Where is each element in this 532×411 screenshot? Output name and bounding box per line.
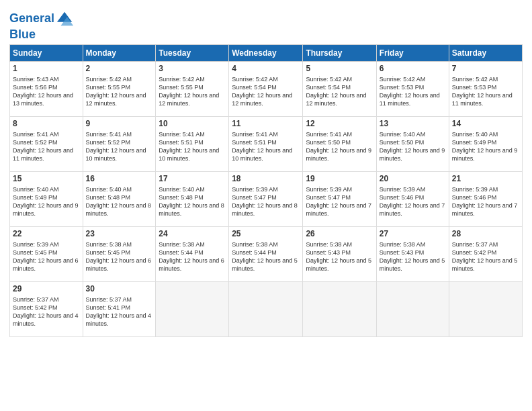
weekday-header-saturday: Saturday bbox=[449, 45, 522, 62]
calendar-day-2: 2Sunrise: 5:42 AMSunset: 5:55 PMDaylight… bbox=[83, 62, 156, 117]
calendar-day-empty bbox=[303, 282, 376, 337]
calendar-day-6: 6Sunrise: 5:42 AMSunset: 5:53 PMDaylight… bbox=[376, 62, 449, 117]
calendar-week-1: 1Sunrise: 5:43 AMSunset: 5:56 PMDaylight… bbox=[10, 62, 523, 117]
calendar-day-12: 12Sunrise: 5:41 AMSunset: 5:50 PMDayligh… bbox=[303, 117, 376, 172]
calendar-week-3: 15Sunrise: 5:40 AMSunset: 5:49 PMDayligh… bbox=[10, 172, 523, 227]
calendar-day-13: 13Sunrise: 5:40 AMSunset: 5:50 PMDayligh… bbox=[376, 117, 449, 172]
weekday-header-monday: Monday bbox=[83, 45, 156, 62]
weekday-header-tuesday: Tuesday bbox=[156, 45, 229, 62]
calendar-day-22: 22Sunrise: 5:39 AMSunset: 5:45 PMDayligh… bbox=[10, 227, 83, 282]
weekday-header-sunday: Sunday bbox=[10, 45, 83, 62]
calendar-day-18: 18Sunrise: 5:39 AMSunset: 5:47 PMDayligh… bbox=[229, 172, 303, 227]
calendar-day-empty bbox=[449, 282, 522, 337]
calendar-day-9: 9Sunrise: 5:41 AMSunset: 5:52 PMDaylight… bbox=[83, 117, 156, 172]
calendar-day-16: 16Sunrise: 5:40 AMSunset: 5:48 PMDayligh… bbox=[83, 172, 156, 227]
calendar-week-2: 8Sunrise: 5:41 AMSunset: 5:52 PMDaylight… bbox=[10, 117, 523, 172]
calendar-day-23: 23Sunrise: 5:38 AMSunset: 5:45 PMDayligh… bbox=[83, 227, 156, 282]
calendar-day-30: 30Sunrise: 5:37 AMSunset: 5:41 PMDayligh… bbox=[83, 282, 156, 337]
calendar-day-1: 1Sunrise: 5:43 AMSunset: 5:56 PMDaylight… bbox=[10, 62, 83, 117]
weekday-header-friday: Friday bbox=[376, 45, 449, 62]
calendar-day-7: 7Sunrise: 5:42 AMSunset: 5:53 PMDaylight… bbox=[449, 62, 522, 117]
calendar-week-4: 22Sunrise: 5:39 AMSunset: 5:45 PMDayligh… bbox=[10, 227, 523, 282]
calendar-day-10: 10Sunrise: 5:41 AMSunset: 5:51 PMDayligh… bbox=[156, 117, 229, 172]
calendar-day-26: 26Sunrise: 5:38 AMSunset: 5:43 PMDayligh… bbox=[303, 227, 376, 282]
logo-text: General bbox=[9, 12, 54, 26]
weekday-header-thursday: Thursday bbox=[303, 45, 376, 62]
calendar-day-24: 24Sunrise: 5:38 AMSunset: 5:44 PMDayligh… bbox=[156, 227, 229, 282]
calendar-day-21: 21Sunrise: 5:39 AMSunset: 5:46 PMDayligh… bbox=[449, 172, 522, 227]
calendar-day-5: 5Sunrise: 5:42 AMSunset: 5:54 PMDaylight… bbox=[303, 62, 376, 117]
logo-icon bbox=[56, 9, 75, 28]
calendar-day-11: 11Sunrise: 5:41 AMSunset: 5:51 PMDayligh… bbox=[229, 117, 303, 172]
calendar-day-empty bbox=[229, 282, 303, 337]
weekday-header-row: SundayMondayTuesdayWednesdayThursdayFrid… bbox=[10, 45, 523, 62]
calendar-day-20: 20Sunrise: 5:39 AMSunset: 5:46 PMDayligh… bbox=[376, 172, 449, 227]
calendar-table: SundayMondayTuesdayWednesdayThursdayFrid… bbox=[9, 44, 523, 337]
calendar-day-15: 15Sunrise: 5:40 AMSunset: 5:49 PMDayligh… bbox=[10, 172, 83, 227]
calendar-day-14: 14Sunrise: 5:40 AMSunset: 5:49 PMDayligh… bbox=[449, 117, 522, 172]
logo-blue: Blue bbox=[9, 28, 75, 40]
calendar-day-3: 3Sunrise: 5:42 AMSunset: 5:55 PMDaylight… bbox=[156, 62, 229, 117]
calendar-week-5: 29Sunrise: 5:37 AMSunset: 5:42 PMDayligh… bbox=[10, 282, 523, 337]
calendar-day-17: 17Sunrise: 5:40 AMSunset: 5:48 PMDayligh… bbox=[156, 172, 229, 227]
page-container: General Blue SundayMondayTuesdayWednesda… bbox=[0, 0, 532, 344]
calendar-day-28: 28Sunrise: 5:37 AMSunset: 5:42 PMDayligh… bbox=[449, 227, 522, 282]
header: General Blue bbox=[9, 7, 523, 40]
calendar-day-25: 25Sunrise: 5:38 AMSunset: 5:44 PMDayligh… bbox=[229, 227, 303, 282]
calendar-day-19: 19Sunrise: 5:39 AMSunset: 5:47 PMDayligh… bbox=[303, 172, 376, 227]
calendar-day-empty bbox=[376, 282, 449, 337]
weekday-header-wednesday: Wednesday bbox=[229, 45, 303, 62]
calendar-day-29: 29Sunrise: 5:37 AMSunset: 5:42 PMDayligh… bbox=[10, 282, 83, 337]
calendar-day-empty bbox=[156, 282, 229, 337]
calendar-day-4: 4Sunrise: 5:42 AMSunset: 5:54 PMDaylight… bbox=[229, 62, 303, 117]
calendar-day-27: 27Sunrise: 5:38 AMSunset: 5:43 PMDayligh… bbox=[376, 227, 449, 282]
logo: General Blue bbox=[9, 9, 75, 40]
svg-marker-0 bbox=[57, 12, 72, 22]
calendar-day-8: 8Sunrise: 5:41 AMSunset: 5:52 PMDaylight… bbox=[10, 117, 83, 172]
